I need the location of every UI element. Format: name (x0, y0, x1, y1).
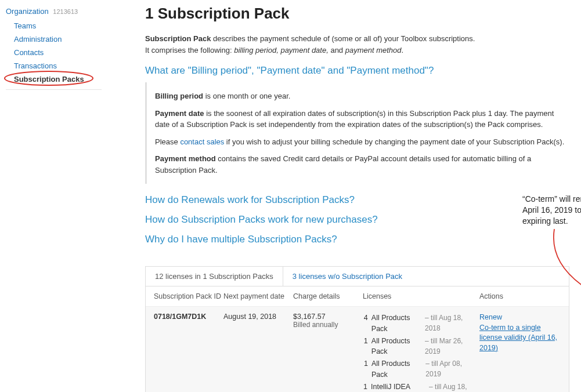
cell-licenses: 4All Products Pack– till Aug 18, 20181Al… (363, 313, 479, 392)
cell-actions: Renew Co-term to a single license validi… (479, 313, 561, 353)
sidebar-item-teams[interactable]: Teams (14, 21, 36, 30)
intro-text: Subscription Pack describes the payment … (145, 33, 569, 56)
sidebar-header: Organization 1213613 (6, 7, 102, 16)
license-line: 1IntelliJ IDEA Ultimate– till Aug 18, 20… (363, 382, 474, 393)
tab-licenses-without-pack[interactable]: 3 licenses w/o Subscription Pack (283, 267, 412, 286)
charge-amount: $3,167.57 (293, 313, 363, 321)
license-name: All Products Pack (371, 313, 421, 335)
intro-em1: billing period, payment date, (234, 46, 329, 55)
tabs: 12 licenses in 1 Subscription Packs 3 li… (146, 267, 569, 286)
cell-pack-id: 0718/1GM7D1K (154, 313, 223, 321)
sidebar: Organization 1213613 Teams Administratio… (0, 0, 102, 392)
license-name: IntelliJ IDEA Ultimate (371, 382, 425, 393)
license-count: 4 (363, 313, 368, 335)
license-line: 1All Products Pack– till Mar 26, 2019 (363, 336, 474, 358)
contact-sales-link[interactable]: contact sales (180, 137, 224, 146)
table-header: Subscription Pack ID Next payment date C… (146, 286, 569, 306)
license-count: 1 (363, 358, 368, 380)
license-till: – till Mar 26, 2019 (425, 336, 474, 358)
license-name: All Products Pack (371, 358, 422, 380)
coterm-link[interactable]: Co-term to a single license validity (Ap… (479, 323, 561, 354)
header-licenses: Licenses (363, 292, 479, 300)
header-charge: Charge details (293, 292, 363, 300)
license-name: All Products Pack (371, 336, 421, 358)
license-line: 1All Products Pack– till Apr 08, 2019 (363, 358, 474, 380)
organization-link[interactable]: Organization (6, 7, 49, 16)
license-till: – till Aug 18, 2018 (425, 313, 474, 335)
cell-charge: $3,167.57 Billed annually (293, 313, 363, 329)
license-count: 1 (363, 336, 368, 358)
subscription-table-box: 12 licenses in 1 Subscription Packs 3 li… (145, 266, 569, 392)
subscription-table: Subscription Pack ID Next payment date C… (146, 286, 569, 392)
tab-licenses-in-packs[interactable]: 12 licenses in 1 Subscription Packs (146, 267, 283, 286)
billing-period-label: Billing period (155, 92, 203, 100)
annotation-text: “Co-term” will renew all subscriptions t… (522, 194, 581, 227)
billing-period-text: is one month or one year. (203, 92, 290, 100)
license-till: – till Apr 08, 2019 (425, 358, 474, 380)
license-till: – till Aug 18, 2018 (429, 382, 474, 393)
intro-em2: payment method (345, 46, 402, 55)
sidebar-item-administration[interactable]: Administration (14, 35, 62, 43)
page-title: 1 Subscription Pack (145, 5, 569, 23)
section-renewals-heading[interactable]: How do Renewals work for Subscription Pa… (145, 194, 569, 206)
definitions-block: Billing period is one month or one year.… (145, 82, 569, 184)
header-actions: Actions (479, 292, 561, 300)
cell-next-payment: August 19, 2018 (223, 313, 293, 321)
please-pre: Please (155, 137, 180, 146)
intro-dot: . (402, 46, 404, 55)
sidebar-item-contacts[interactable]: Contacts (14, 48, 44, 57)
charge-frequency: Billed annually (293, 321, 363, 329)
sidebar-divider (6, 89, 102, 90)
license-count: 1 (363, 382, 367, 393)
please-post: if you wish to adjust your billing sched… (224, 137, 564, 146)
section-newpurchases-heading[interactable]: How do Subscription Packs work for new p… (145, 214, 569, 226)
payment-date-label: Payment date (155, 109, 204, 118)
intro-bold: Subscription Pack (145, 34, 211, 43)
sidebar-item-subscription-packs[interactable]: Subscription Packs (14, 75, 84, 84)
payment-date-text: is the soonest of all expiration dates o… (155, 109, 554, 129)
payment-method-label: Payment method (155, 154, 216, 163)
license-line: 4All Products Pack– till Aug 18, 2018 (363, 313, 474, 335)
header-pack-id: Subscription Pack ID (154, 292, 223, 300)
main-content: 1 Subscription Pack Subscription Pack de… (102, 0, 581, 392)
intro-line2-pre: It comprises the following: (145, 46, 234, 55)
header-next-payment: Next payment date (223, 292, 293, 300)
sidebar-item-transactions[interactable]: Transactions (14, 61, 57, 70)
sidebar-nav: Teams Administration Contacts Transactio… (6, 19, 102, 86)
intro-rest: describes the payment schedule of (some … (211, 34, 475, 43)
section-what-heading[interactable]: What are "Billing period", "Payment date… (145, 65, 569, 77)
renew-link[interactable]: Renew (479, 313, 561, 323)
intro-mid: and (329, 46, 345, 55)
organization-id: 1213613 (53, 8, 78, 15)
table-row: 0718/1GM7D1K August 19, 2018 $3,167.57 B… (146, 306, 569, 392)
section-multiple-heading[interactable]: Why do I have multiple Subscription Pack… (145, 234, 569, 245)
